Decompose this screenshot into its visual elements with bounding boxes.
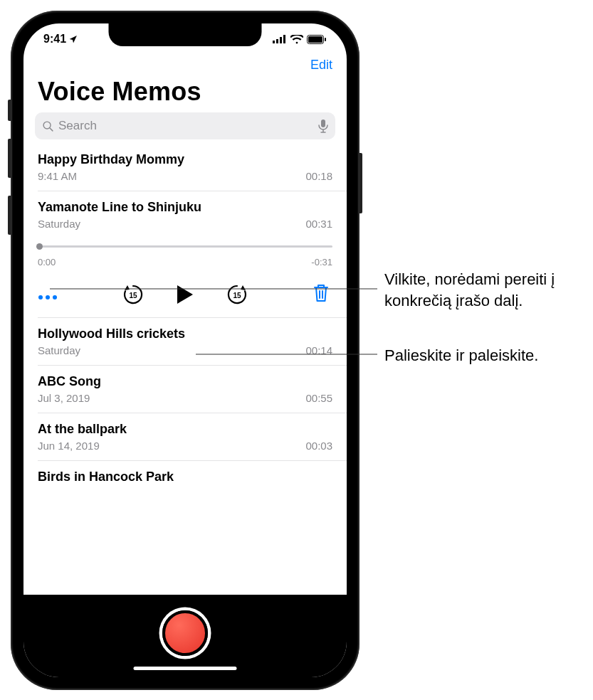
- callout-scrubber: Vilkite, norėdami pereiti į konkrečią įr…: [384, 269, 591, 311]
- search-field[interactable]: [35, 112, 335, 139]
- svg-rect-1: [276, 39, 278, 43]
- memo-date: Saturday: [38, 218, 80, 230]
- callout-play: Palieskite ir paleiskite.: [384, 345, 591, 366]
- memo-row[interactable]: Birds in Hancock Park: [38, 461, 347, 496]
- playback-scrubber[interactable]: [38, 243, 332, 251]
- page-title: Voice Memos: [23, 74, 347, 112]
- memo-duration: 00:31: [305, 218, 332, 230]
- memo-date: Saturday: [38, 344, 80, 356]
- memo-duration: 00:55: [305, 392, 332, 404]
- svg-line-8: [50, 127, 53, 130]
- memo-duration: 00:14: [305, 344, 332, 356]
- record-bar: [23, 595, 347, 677]
- mic-icon[interactable]: [318, 120, 328, 133]
- svg-rect-6: [325, 38, 326, 41]
- svg-rect-5: [308, 36, 322, 43]
- notch: [109, 23, 262, 46]
- memo-title: Yamanote Line to Shinjuku: [38, 200, 332, 215]
- phone-frame: 9:41 Edit Voice Memos: [11, 11, 360, 690]
- memo-list: Happy Birthday Mommy 9:41 AM 00:18 Yaman…: [23, 144, 347, 496]
- svg-point-12: [53, 295, 57, 299]
- location-icon: [68, 35, 78, 44]
- memo-title: Birds in Hancock Park: [38, 470, 332, 484]
- memo-title: Hollywood Hills crickets: [38, 327, 332, 341]
- search-input[interactable]: [58, 119, 314, 133]
- cellular-icon: [273, 35, 287, 43]
- memo-duration: 00:03: [305, 440, 332, 452]
- phone-side-buttons: [8, 100, 11, 253]
- svg-rect-2: [280, 37, 282, 43]
- memo-row-expanded[interactable]: Yamanote Line to Shinjuku Saturday 00:31…: [38, 191, 347, 318]
- memo-title: Happy Birthday Mommy: [38, 152, 332, 167]
- more-button[interactable]: [38, 285, 58, 304]
- skip-back-icon: 15: [122, 283, 145, 306]
- status-time: 9:41: [43, 33, 66, 46]
- memo-date: 9:41 AM: [38, 170, 77, 182]
- play-icon: [176, 284, 194, 305]
- play-button[interactable]: [174, 284, 196, 305]
- svg-rect-0: [273, 41, 275, 43]
- battery-icon: [307, 35, 327, 44]
- svg-rect-9: [321, 120, 325, 127]
- scrubber-thumb[interactable]: [36, 243, 43, 250]
- record-button[interactable]: [162, 610, 208, 656]
- memo-row[interactable]: At the ballpark Jun 14, 2019 00:03: [38, 413, 347, 461]
- skip-forward-15-button[interactable]: 15: [226, 283, 248, 306]
- skip-back-15-button[interactable]: 15: [122, 283, 145, 306]
- elapsed-time: 0:00: [38, 257, 56, 267]
- scrubber-track: [38, 245, 332, 248]
- svg-rect-3: [283, 35, 285, 43]
- memo-title: ABC Song: [38, 374, 332, 389]
- memo-duration: 00:18: [305, 170, 332, 182]
- edit-button[interactable]: Edit: [310, 58, 332, 73]
- svg-text:15: 15: [129, 292, 137, 299]
- home-indicator[interactable]: [134, 667, 237, 670]
- search-icon: [42, 120, 54, 132]
- memo-date: Jun 14, 2019: [38, 440, 100, 452]
- phone-power-button: [360, 153, 362, 213]
- memo-row[interactable]: Hollywood Hills crickets Saturday 00:14: [38, 318, 347, 366]
- memo-row[interactable]: Happy Birthday Mommy 9:41 AM 00:18: [38, 144, 347, 191]
- delete-button[interactable]: [313, 283, 330, 306]
- screen: 9:41 Edit Voice Memos: [23, 23, 347, 677]
- memo-title: At the ballpark: [38, 422, 332, 437]
- wifi-icon: [290, 35, 303, 44]
- ellipsis-icon: [38, 295, 58, 300]
- skip-forward-icon: 15: [226, 283, 248, 306]
- svg-point-11: [46, 295, 50, 299]
- memo-date: Jul 3, 2019: [38, 392, 90, 404]
- remaining-time: -0:31: [311, 257, 332, 267]
- memo-row[interactable]: ABC Song Jul 3, 2019 00:55: [38, 366, 347, 413]
- svg-text:15: 15: [233, 292, 241, 299]
- svg-point-10: [38, 295, 43, 299]
- trash-icon: [313, 283, 330, 303]
